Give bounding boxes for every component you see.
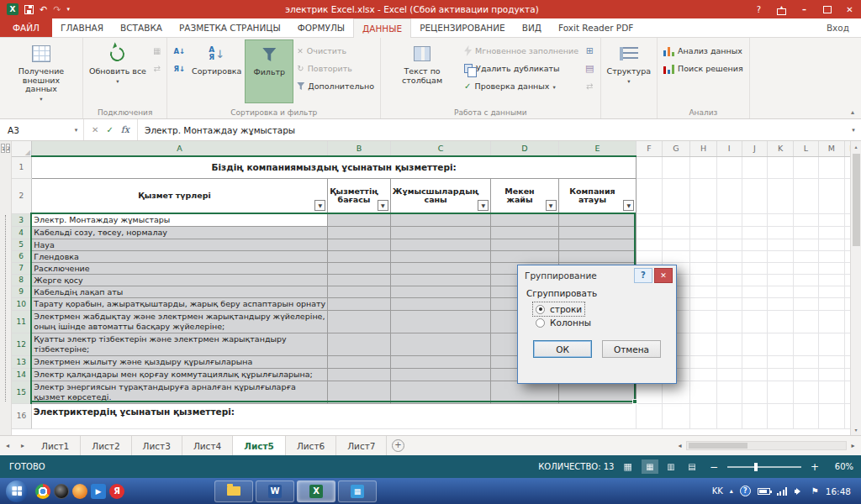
cell[interactable] (390, 297, 491, 310)
cell-A9[interactable]: Кабельдің лақап аты (31, 286, 327, 297)
table-header-cell[interactable]: Қызмет түрлері▼ (31, 178, 327, 213)
cell[interactable] (716, 333, 742, 355)
ribbon-tab-ГЛАВНАЯ[interactable]: ГЛАВНАЯ (52, 18, 112, 37)
cell[interactable] (690, 355, 716, 368)
row-header-13[interactable]: 13 (12, 355, 31, 368)
cell[interactable] (491, 213, 558, 226)
cell[interactable] (328, 333, 391, 355)
cell[interactable] (793, 310, 818, 333)
cell-A3[interactable]: Электр. Монтаждау жұмыстары (31, 213, 327, 226)
cell[interactable] (390, 333, 491, 355)
cell[interactable] (491, 250, 558, 262)
start-button[interactable] (6, 480, 28, 502)
cell[interactable] (328, 310, 391, 333)
help-button[interactable] (747, 0, 770, 18)
cell[interactable] (768, 310, 793, 333)
battery-icon[interactable] (758, 488, 770, 495)
column-header-I[interactable]: I (716, 141, 742, 156)
cell[interactable] (637, 213, 662, 226)
cell[interactable] (818, 403, 844, 428)
name-box[interactable]: A3 (0, 119, 84, 140)
sheet-tab-Лист1[interactable]: Лист1 (30, 436, 81, 455)
scroll-down-icon[interactable] (854, 424, 857, 435)
cell[interactable] (328, 368, 391, 381)
cell[interactable] (328, 286, 391, 297)
cell[interactable] (491, 381, 558, 403)
cell[interactable] (637, 178, 662, 213)
cell[interactable] (716, 226, 742, 239)
cell[interactable] (742, 310, 768, 333)
ribbon-tab-ВИД[interactable]: ВИД (514, 18, 550, 37)
cell[interactable] (742, 226, 768, 239)
cell[interactable] (818, 355, 844, 368)
yandex-icon[interactable] (109, 484, 124, 499)
volume-icon[interactable] (795, 487, 805, 496)
solver-button[interactable]: Поиск решения (660, 60, 747, 77)
row-header-14[interactable]: 14 (12, 368, 31, 381)
column-header-L[interactable]: L (793, 141, 818, 156)
cell[interactable] (390, 226, 491, 239)
cell[interactable] (818, 262, 844, 274)
cell[interactable] (768, 355, 793, 368)
qat-customize-button[interactable] (66, 6, 70, 13)
dialog-close-button[interactable] (654, 268, 673, 283)
zoom-out-button[interactable] (710, 461, 718, 473)
remove-duplicates-button[interactable]: Удалить дубликаты (461, 60, 582, 77)
cell-footer[interactable]: Электриктердің ұсынатын қызметтері: (31, 403, 637, 428)
close-button[interactable] (838, 0, 861, 18)
network-icon[interactable] (777, 487, 788, 496)
cell[interactable] (793, 297, 818, 310)
cell[interactable] (690, 297, 716, 310)
cell[interactable] (390, 310, 491, 333)
cell[interactable] (768, 239, 793, 250)
radio-columns-icon[interactable] (536, 318, 545, 328)
connection-properties-button[interactable] (150, 42, 164, 60)
cell[interactable] (390, 368, 491, 381)
cell[interactable] (558, 239, 637, 250)
cell[interactable] (793, 355, 818, 368)
cell-A10[interactable]: Тарату қорабын, ажыратқыштарды, жарық бе… (31, 297, 327, 310)
cell[interactable] (390, 274, 491, 286)
insert-function-icon[interactable]: fx (121, 124, 129, 135)
cell[interactable] (690, 403, 716, 428)
cell[interactable] (637, 156, 662, 178)
select-all-corner[interactable] (12, 141, 31, 156)
cell[interactable] (637, 250, 662, 262)
cell[interactable] (716, 368, 742, 381)
cell[interactable] (793, 333, 818, 355)
column-header-A[interactable]: A (31, 141, 327, 156)
cell[interactable] (793, 213, 818, 226)
cell[interactable] (768, 250, 793, 262)
row-header-15[interactable]: 15 (12, 381, 31, 403)
formula-content[interactable]: Электр. Монтаждау жұмыстары (138, 119, 846, 140)
outline-button[interactable]: Структура (604, 39, 655, 103)
cell[interactable] (768, 178, 793, 213)
cell[interactable] (716, 239, 742, 250)
cell[interactable] (793, 403, 818, 428)
filter-dropdown-icon[interactable]: ▼ (314, 200, 325, 211)
zoom-slider-thumb[interactable] (754, 463, 758, 471)
cell[interactable] (491, 239, 558, 250)
cell[interactable] (818, 333, 844, 355)
cell[interactable] (662, 239, 690, 250)
word-window-button[interactable] (256, 480, 294, 502)
cell[interactable] (793, 368, 818, 381)
cell[interactable] (793, 178, 818, 213)
ribbon-tab-ВСТАВКА[interactable]: ВСТАВКА (112, 18, 171, 37)
cell[interactable] (662, 250, 690, 262)
cell[interactable] (742, 333, 768, 355)
cell[interactable] (662, 213, 690, 226)
cell[interactable] (328, 297, 391, 310)
cell[interactable] (690, 286, 716, 297)
cell[interactable] (768, 156, 793, 178)
cell[interactable] (742, 156, 768, 178)
cell[interactable] (491, 226, 558, 239)
cell[interactable] (818, 381, 844, 403)
horizontal-scrollbar[interactable] (672, 436, 861, 455)
cell[interactable] (818, 274, 844, 286)
cell[interactable] (742, 286, 768, 297)
view-normal-button[interactable] (642, 459, 658, 474)
cell[interactable] (793, 274, 818, 286)
row-header-1[interactable]: 1 (12, 156, 31, 178)
row-header-3[interactable]: 3 (12, 213, 31, 226)
